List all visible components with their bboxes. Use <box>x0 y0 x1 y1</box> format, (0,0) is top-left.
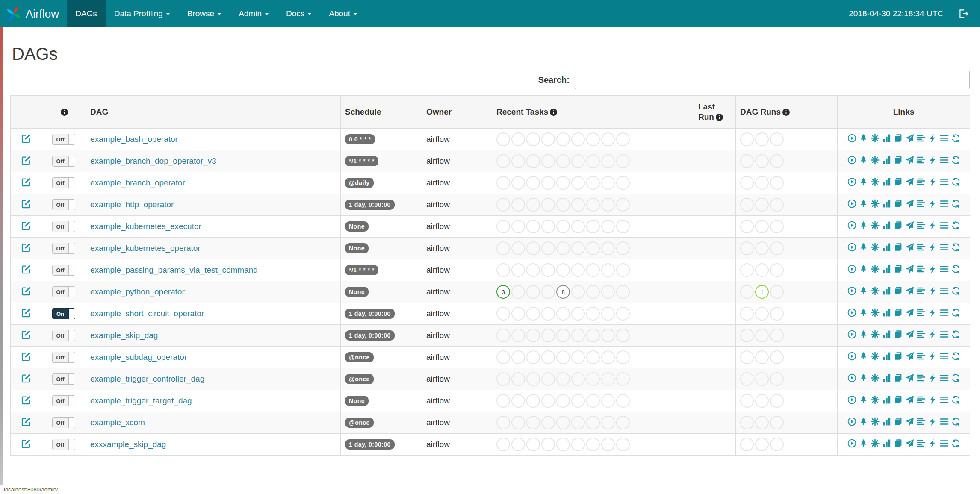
code-view-icon[interactable] <box>928 221 937 230</box>
edit-dag-icon[interactable] <box>21 351 31 362</box>
dag-pause-toggle[interactable]: Off <box>52 177 75 188</box>
trigger-dag-icon[interactable] <box>847 395 856 404</box>
landing-times-icon[interactable] <box>905 177 914 186</box>
task-details-icon[interactable] <box>940 221 949 230</box>
landing-times-icon[interactable] <box>905 265 914 273</box>
trigger-dag-icon[interactable] <box>847 330 856 339</box>
code-view-icon[interactable] <box>928 330 937 339</box>
edit-dag-icon[interactable] <box>21 373 31 383</box>
dag-link[interactable]: example_branch_dop_operator_v3 <box>90 156 216 165</box>
landing-times-icon[interactable] <box>905 221 914 230</box>
dag-link[interactable]: example_skip_dag <box>90 331 158 340</box>
recent-task-count-circle[interactable]: 8 <box>556 285 570 299</box>
landing-times-icon[interactable] <box>905 417 914 426</box>
header-owner[interactable]: Owner <box>422 96 492 129</box>
dag-link[interactable]: example_kubernetes_executor <box>90 222 201 231</box>
header-dag[interactable]: DAG <box>86 96 341 129</box>
graph-view-icon[interactable] <box>871 199 880 208</box>
gantt-view-icon[interactable] <box>917 308 926 317</box>
code-view-icon[interactable] <box>928 177 937 186</box>
task-duration-icon[interactable] <box>882 439 891 448</box>
task-details-icon[interactable] <box>940 417 949 426</box>
tree-view-icon[interactable] <box>859 221 868 230</box>
graph-view-icon[interactable] <box>871 243 880 252</box>
task-duration-icon[interactable] <box>882 265 891 273</box>
tree-view-icon[interactable] <box>859 395 868 404</box>
trigger-dag-icon[interactable] <box>847 199 856 208</box>
nav-item-data-profiling[interactable]: Data Profiling <box>106 0 179 27</box>
refresh-icon[interactable] <box>951 134 960 143</box>
dag-link[interactable]: example_bash_operator <box>90 135 178 144</box>
trigger-dag-icon[interactable] <box>847 177 856 186</box>
trigger-dag-icon[interactable] <box>847 352 856 361</box>
header-schedule[interactable]: Schedule <box>341 96 422 129</box>
header-dag-runs[interactable]: DAG Runsi <box>736 96 838 129</box>
task-details-icon[interactable] <box>940 439 949 448</box>
graph-view-icon[interactable] <box>871 395 880 404</box>
code-view-icon[interactable] <box>928 199 937 208</box>
task-duration-icon[interactable] <box>882 134 891 143</box>
task-details-icon[interactable] <box>940 134 949 143</box>
gantt-view-icon[interactable] <box>917 265 926 273</box>
edit-dag-icon[interactable] <box>21 133 31 144</box>
edit-dag-icon[interactable] <box>21 417 31 427</box>
task-tries-icon[interactable] <box>894 417 903 426</box>
graph-view-icon[interactable] <box>871 286 880 295</box>
landing-times-icon[interactable] <box>905 286 914 295</box>
task-tries-icon[interactable] <box>894 308 903 317</box>
code-view-icon[interactable] <box>928 243 937 252</box>
task-duration-icon[interactable] <box>882 352 891 361</box>
tree-view-icon[interactable] <box>859 417 868 426</box>
gantt-view-icon[interactable] <box>917 330 926 339</box>
refresh-icon[interactable] <box>951 417 960 426</box>
task-tries-icon[interactable] <box>894 265 903 273</box>
airflow-brand[interactable]: Airflow <box>0 6 67 21</box>
tree-view-icon[interactable] <box>859 177 868 186</box>
task-tries-icon[interactable] <box>894 330 903 339</box>
gantt-view-icon[interactable] <box>917 221 926 230</box>
trigger-dag-icon[interactable] <box>847 308 856 317</box>
edit-dag-icon[interactable] <box>21 395 31 405</box>
dag-link[interactable]: exxxample_skip_dag <box>90 440 166 449</box>
nav-item-dags[interactable]: DAGs <box>67 0 106 27</box>
dag-link[interactable]: example_subdag_operator <box>90 353 187 362</box>
gantt-view-icon[interactable] <box>917 134 926 143</box>
refresh-icon[interactable] <box>951 352 960 361</box>
task-details-icon[interactable] <box>940 286 949 295</box>
gantt-view-icon[interactable] <box>917 286 926 295</box>
task-details-icon[interactable] <box>940 395 949 404</box>
code-view-icon[interactable] <box>928 265 937 273</box>
code-view-icon[interactable] <box>928 439 937 448</box>
edit-dag-icon[interactable] <box>21 438 31 449</box>
task-duration-icon[interactable] <box>882 243 891 252</box>
dag-pause-toggle[interactable]: Off <box>52 373 75 385</box>
task-tries-icon[interactable] <box>894 395 903 404</box>
graph-view-icon[interactable] <box>871 308 880 317</box>
dag-pause-toggle[interactable]: Off <box>52 156 75 167</box>
dag-link[interactable]: example_branch_operator <box>90 178 185 187</box>
header-last-run[interactable]: Last Runi <box>694 96 736 129</box>
refresh-icon[interactable] <box>951 265 960 273</box>
task-tries-icon[interactable] <box>894 243 903 252</box>
dag-link[interactable]: example_python_operator <box>90 287 185 296</box>
task-duration-icon[interactable] <box>882 156 891 165</box>
dag-link[interactable]: example_xcom <box>90 418 145 427</box>
task-details-icon[interactable] <box>940 156 949 165</box>
gantt-view-icon[interactable] <box>917 156 926 165</box>
task-duration-icon[interactable] <box>882 330 891 339</box>
task-duration-icon[interactable] <box>882 286 891 295</box>
recent-task-count-circle[interactable]: 3 <box>496 285 510 299</box>
graph-view-icon[interactable] <box>871 352 880 361</box>
refresh-icon[interactable] <box>951 156 960 165</box>
edit-dag-icon[interactable] <box>21 177 31 187</box>
tree-view-icon[interactable] <box>859 286 868 295</box>
refresh-icon[interactable] <box>951 439 960 448</box>
refresh-icon[interactable] <box>951 308 960 317</box>
gantt-view-icon[interactable] <box>917 439 926 448</box>
landing-times-icon[interactable] <box>905 199 914 208</box>
graph-view-icon[interactable] <box>871 156 880 165</box>
trigger-dag-icon[interactable] <box>847 243 856 252</box>
landing-times-icon[interactable] <box>905 134 914 143</box>
tree-view-icon[interactable] <box>859 308 868 317</box>
code-view-icon[interactable] <box>928 417 937 426</box>
